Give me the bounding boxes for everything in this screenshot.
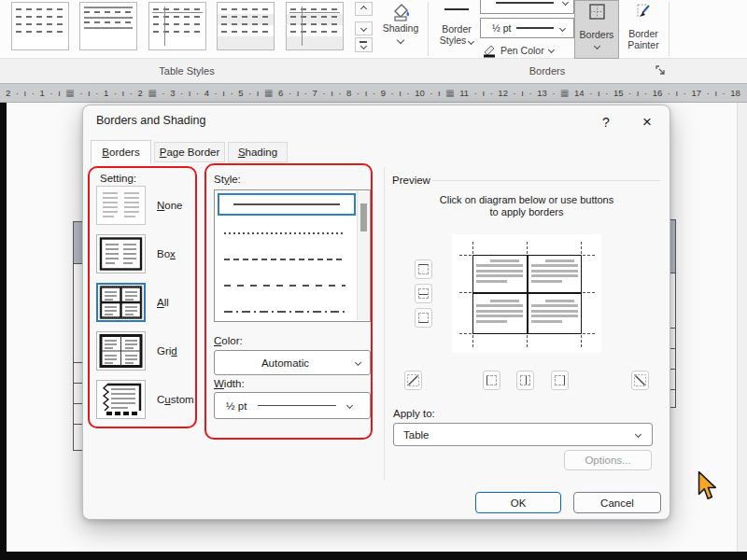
line-weight-value: ½ pt (492, 22, 511, 34)
ok-button[interactable]: OK (475, 492, 561, 513)
table-style-thumbnail[interactable] (217, 2, 275, 50)
gallery-scroll-down-button[interactable] (355, 21, 373, 35)
table-styles-group-label: Table Styles (56, 65, 317, 77)
mouse-cursor (698, 471, 717, 500)
apply-to-combo[interactable]: Table (393, 423, 653, 446)
scrollbar-thumb[interactable] (360, 203, 367, 231)
setting-option-box[interactable]: Box (96, 232, 201, 275)
group-separator (669, 2, 669, 56)
pen-color-button[interactable]: Pen Color (482, 43, 554, 58)
style-list-scrollbar[interactable] (357, 191, 369, 320)
chevron-down-icon (355, 359, 361, 366)
style-item-dash-dot[interactable] (224, 311, 345, 313)
setting-option-grid[interactable]: Grid (96, 329, 201, 372)
vertical-scrollbar[interactable] (737, 103, 747, 552)
chevron-down-icon (635, 431, 641, 438)
setting-all-icon (96, 283, 146, 322)
help-button[interactable]: ? (593, 111, 619, 133)
border-styles-label-2: Styles (440, 35, 474, 46)
setting-option-all[interactable]: All (96, 281, 201, 324)
section-divider (384, 167, 385, 481)
shading-label: Shading (383, 22, 419, 34)
border-styles-label-1: Border (442, 23, 472, 35)
shading-button[interactable]: Shading (375, 0, 426, 59)
top-border-button[interactable] (415, 259, 432, 279)
border-styles-button[interactable]: Border Styles (433, 0, 480, 59)
line-weight-combo[interactable]: ½ pt (480, 18, 574, 38)
chevron-up-icon (360, 6, 367, 12)
border-painter-label-1: Border (628, 28, 658, 39)
apply-to-value: Table (403, 429, 430, 441)
setting-custom-label: Custom (157, 394, 194, 405)
width-line-sample (258, 405, 336, 407)
left-border-button[interactable] (483, 371, 500, 390)
borders-dropdown-button[interactable]: Borders (574, 0, 619, 59)
table-style-thumbnail[interactable] (148, 2, 206, 50)
gallery-more-button[interactable] (355, 37, 373, 52)
table-style-thumbnail[interactable] (79, 2, 137, 50)
setting-option-none[interactable]: None (96, 184, 201, 227)
setting-grid-label: Grid (157, 345, 177, 357)
tab-page-border[interactable]: Page Border (154, 142, 225, 162)
preview-instruction-line2: to apply borders (391, 206, 662, 218)
preview-instruction-line1: Click on diagram below or use buttons (391, 194, 662, 206)
word-table-design-screen: Shading Border Styles ½ pt Pen Col (0, 0, 747, 560)
line-style-icon (444, 8, 469, 10)
diagonal-down-border-button[interactable] (631, 371, 649, 390)
diagonal-down-icon (634, 374, 646, 386)
width-combo[interactable]: ½ pt (214, 392, 371, 419)
color-combo[interactable]: Automatic (214, 350, 371, 375)
tab-borders[interactable]: Borders (91, 140, 151, 163)
border-painter-button[interactable]: Border Painter (620, 0, 667, 59)
preview-diagram-panel[interactable] (452, 234, 601, 353)
horizontal-ruler[interactable]: 2·ı·1·ı▦·ı·1·ı·2▦·3·ı·4·ı·5·ı▦6·ı·7·ı·8·… (0, 83, 747, 103)
style-listbox[interactable] (214, 189, 371, 322)
gallery-scroll-up-button[interactable] (355, 2, 373, 16)
line-style-combo[interactable] (480, 0, 574, 14)
width-label: Width: (214, 378, 245, 389)
preview-label: Preview (392, 175, 430, 186)
close-button[interactable]: × (634, 111, 660, 133)
diagonal-up-icon (407, 374, 419, 386)
line-weight-sample (516, 27, 554, 29)
ruler-marks: 2·ı·1·ı▦·ı·1·ı·2▦·3·ı·4·ı·5·ı▦6·ı·7·ı·8·… (0, 84, 747, 102)
ribbon: Shading Border Styles ½ pt Pen Col (0, 0, 747, 59)
bottom-border-button[interactable] (415, 308, 432, 328)
style-item-dash[interactable] (224, 285, 345, 287)
cancel-button[interactable]: Cancel (573, 492, 661, 513)
style-item-solid-selected[interactable] (218, 193, 356, 216)
border-painter-label-2: Painter (627, 39, 658, 50)
group-separator (428, 2, 429, 56)
ribbon-group-labels: Table Styles Borders (0, 59, 747, 83)
table-style-thumbnail[interactable] (11, 2, 69, 50)
borders-grid-icon (589, 4, 605, 20)
setting-label: Setting: (100, 173, 136, 184)
right-border-button[interactable] (551, 371, 569, 390)
setting-all-label: All (157, 297, 169, 308)
setting-none-label: None (157, 200, 183, 211)
setting-option-custom[interactable]: Custom (96, 378, 201, 421)
line-style-value (496, 2, 554, 4)
setting-custom-icon (96, 380, 146, 419)
tab-shading[interactable]: Shading (228, 142, 288, 162)
chevron-down-icon (559, 24, 566, 31)
chevron-down-icon (562, 0, 569, 6)
chevron-down-icon (397, 36, 404, 44)
table-style-thumbnail[interactable] (286, 2, 344, 50)
chevron-down-icon (548, 46, 555, 52)
dialog-launcher-icon[interactable] (655, 64, 667, 77)
options-button[interactable]: Options... (564, 450, 652, 470)
preview-table-diagram[interactable] (472, 255, 582, 334)
setting-none-icon (96, 186, 146, 225)
inside-vertical-border-button[interactable] (516, 371, 534, 390)
screen-edge-left (0, 103, 7, 560)
width-value: ½ pt (226, 400, 247, 412)
diagonal-up-border-button[interactable] (404, 371, 422, 390)
color-label: Color: (214, 335, 243, 346)
preview-rule (432, 180, 660, 181)
chevron-down-icon (360, 25, 367, 32)
screen-edge-bottom (0, 552, 747, 560)
inside-horizontal-border-button[interactable] (415, 284, 432, 303)
style-item-dense-dash[interactable] (224, 259, 345, 260)
style-item-dotted[interactable] (224, 232, 345, 234)
